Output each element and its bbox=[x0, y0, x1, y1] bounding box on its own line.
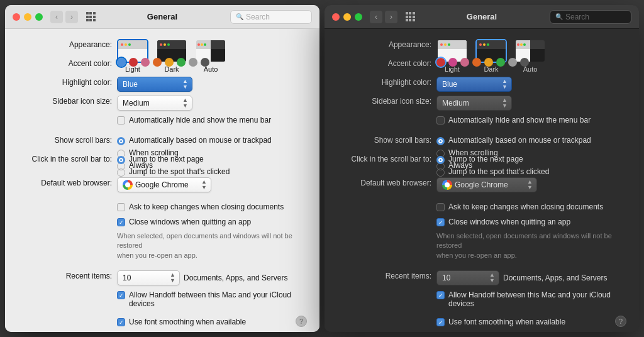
swatch-orange-dark[interactable] bbox=[472, 58, 481, 67]
sidebar-icon-value: Medium bbox=[123, 99, 150, 108]
browser-dropdown-dark[interactable]: Google Chrome ▲▼ bbox=[436, 177, 537, 192]
browser-dropdown-arrows: ▲▼ bbox=[201, 179, 207, 191]
click-scroll-row: Click in the scroll bar to: Jump to the … bbox=[18, 153, 307, 167]
grid-view-button[interactable] bbox=[83, 9, 98, 25]
swatch-pink[interactable] bbox=[141, 58, 150, 67]
close-windows-checkbox[interactable]: ✓ bbox=[117, 218, 125, 226]
swatch-red-dark[interactable] bbox=[436, 58, 445, 67]
sidebar-icon-label: Sidebar icon size: bbox=[18, 96, 112, 106]
ask-changes-label: Ask to keep changes when closing documen… bbox=[129, 202, 284, 211]
minimize-button-dark[interactable] bbox=[343, 13, 351, 21]
dropdown-arrows: ▲▼ bbox=[182, 79, 188, 90]
help-button-light[interactable]: ? bbox=[296, 316, 307, 327]
sidebar-icon-dropdown[interactable]: Medium ▲▼ bbox=[117, 96, 192, 111]
scroll-auto-radio[interactable] bbox=[117, 137, 125, 145]
swatch-blue[interactable] bbox=[117, 58, 126, 67]
handoff-checkbox[interactable]: ✓ bbox=[117, 291, 125, 299]
recent-items-arrows: ▲▼ bbox=[170, 272, 175, 284]
back-button[interactable]: ‹ bbox=[50, 11, 63, 23]
swatch-gray-dark[interactable] bbox=[508, 58, 517, 67]
swatch-yellow[interactable] bbox=[165, 58, 174, 67]
font-smoothing-label: Use font smoothing when available bbox=[129, 318, 246, 326]
nav-buttons: ‹ › bbox=[50, 11, 78, 23]
swatch-yellow-dark[interactable] bbox=[484, 58, 493, 67]
swatch-gray[interactable] bbox=[189, 58, 197, 67]
close-windows-row-dark: ✓ Close windows when quitting an app bbox=[436, 216, 626, 226]
swatch-green[interactable] bbox=[177, 58, 186, 67]
search-bar-dark[interactable]: 🔍 Search bbox=[550, 10, 631, 24]
scroll-auto-row-dark: Automatically based on mouse or trackpad bbox=[436, 135, 591, 145]
recent-items-dropdown[interactable]: 10 ▲▼ bbox=[117, 270, 180, 285]
chrome-icon-dark bbox=[442, 180, 452, 190]
dropdown-arrows-3: ▲▼ bbox=[502, 97, 508, 109]
swatch-darker-dark[interactable] bbox=[520, 58, 529, 67]
click-spot-row-dark: Jump to the spot that's clicked bbox=[436, 166, 549, 177]
click-next-radio[interactable] bbox=[117, 156, 125, 164]
swatch-red[interactable] bbox=[129, 58, 138, 67]
sidebar-icon-label-dark: Sidebar icon size: bbox=[337, 96, 431, 106]
click-spot-radio-dark[interactable] bbox=[436, 168, 445, 177]
recent-items-arrows-dark: ▲▼ bbox=[489, 272, 495, 284]
browser-dropdown[interactable]: Google Chrome ▲▼ bbox=[117, 177, 211, 192]
highlight-color-label: Highlight color: bbox=[18, 77, 112, 87]
grid-icon bbox=[86, 12, 96, 21]
maximize-button[interactable] bbox=[35, 13, 43, 21]
accent-color-label-dark: Accent color: bbox=[337, 58, 431, 68]
grid-icon-dark bbox=[406, 12, 415, 21]
swatch-pink2-dark[interactable] bbox=[448, 58, 457, 67]
accent-color-label: Accent color: bbox=[18, 58, 112, 68]
highlight-color-row-dark: Highlight color: Blue ▲▼ bbox=[337, 77, 626, 91]
auto-hide-checkbox[interactable] bbox=[117, 116, 125, 124]
close-windows-checkbox-dark[interactable]: ✓ bbox=[436, 218, 445, 226]
maximize-button-dark[interactable] bbox=[355, 13, 362, 21]
recent-items-row: Recent items: 10 ▲▼ Documents, Apps, and… bbox=[18, 270, 307, 284]
sidebar-icon-dropdown-dark[interactable]: Medium ▲▼ bbox=[436, 96, 512, 111]
recent-items-label-dark: Recent items: bbox=[337, 270, 431, 280]
swatch-dark[interactable] bbox=[201, 58, 209, 67]
auto-hide-checkbox-dark[interactable] bbox=[436, 116, 445, 124]
recent-items-suffix: Documents, Apps, and Servers bbox=[184, 273, 287, 282]
auto-hide-label-dark: Automatically hide and show the menu bar bbox=[448, 116, 591, 124]
scroll-auto-label-dark: Automatically based on mouse or trackpad bbox=[448, 136, 591, 145]
font-smoothing-checkbox-dark[interactable]: ✓ bbox=[436, 318, 445, 326]
click-next-row: Jump to the next page bbox=[117, 153, 204, 164]
forward-button-dark[interactable]: › bbox=[385, 11, 397, 23]
click-spot-radio[interactable] bbox=[117, 168, 125, 177]
handoff-checkbox-dark[interactable]: ✓ bbox=[436, 291, 445, 299]
search-icon-light: 🔍 bbox=[236, 13, 243, 20]
help-button-dark[interactable]: ? bbox=[615, 316, 626, 327]
close-button-dark[interactable] bbox=[332, 13, 340, 21]
browser-dropdown-arrows-dark: ▲▼ bbox=[527, 179, 533, 191]
forward-button[interactable]: › bbox=[65, 11, 78, 23]
scroll-auto-radio-dark[interactable] bbox=[436, 137, 445, 145]
minimize-button[interactable] bbox=[24, 13, 31, 21]
close-button[interactable] bbox=[13, 13, 20, 21]
click-next-label-dark: Jump to the next page bbox=[448, 155, 523, 163]
back-button-dark[interactable]: ‹ bbox=[370, 11, 382, 23]
appearance-thumb-auto-dark bbox=[514, 39, 546, 63]
ask-changes-checkbox-dark[interactable] bbox=[436, 203, 445, 211]
highlight-color-dropdown[interactable]: Blue ▲▼ bbox=[117, 77, 192, 92]
close-windows-label: Close windows when quitting an app bbox=[129, 218, 251, 226]
swatch-pink-dark[interactable] bbox=[460, 58, 469, 67]
search-bar-light[interactable]: 🔍 Search bbox=[230, 10, 312, 24]
appearance-row-dark: Appearance: bbox=[337, 39, 626, 53]
swatch-green-dark[interactable] bbox=[496, 58, 505, 67]
font-smoothing-checkbox[interactable]: ✓ bbox=[117, 318, 125, 326]
titlebar-dark: ‹ › General 🔍 Search bbox=[325, 5, 639, 29]
scroll-auto-label: Automatically based on mouse or trackpad bbox=[129, 136, 272, 145]
swatch-orange[interactable] bbox=[153, 58, 162, 67]
recent-items-dropdown-dark[interactable]: 10 ▲▼ bbox=[436, 270, 499, 285]
browser-row-dark: Default web browser: Google Chrome ▲▼ bbox=[337, 177, 626, 191]
highlight-color-value-dark: Blue bbox=[442, 80, 457, 89]
browser-row: Default web browser: Google Chrome ▲▼ bbox=[18, 177, 307, 191]
handoff-label-dark: Allow Handoff between this Mac and your … bbox=[448, 290, 626, 308]
click-next-radio-dark[interactable] bbox=[436, 156, 445, 164]
nav-buttons-dark: ‹ › bbox=[370, 11, 397, 23]
grid-view-button-dark[interactable] bbox=[402, 9, 418, 25]
content-light: Appearance: bbox=[5, 29, 319, 332]
ask-changes-checkbox[interactable] bbox=[117, 203, 125, 211]
ask-changes-label-dark: Ask to keep changes when closing documen… bbox=[448, 202, 603, 211]
highlight-color-dropdown-dark[interactable]: Blue ▲▼ bbox=[436, 77, 512, 92]
browser-label-dark: Default web browser: bbox=[337, 177, 431, 187]
